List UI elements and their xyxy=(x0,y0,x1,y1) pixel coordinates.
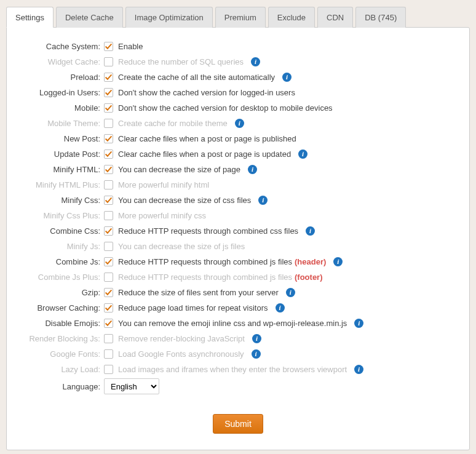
info-icon[interactable]: i xyxy=(298,149,307,159)
checkbox xyxy=(104,365,113,374)
info-icon[interactable]: i xyxy=(276,303,285,313)
setting-row-10: Minify Css:You can decrease the size of … xyxy=(19,193,457,208)
tabs-bar: SettingsDelete CacheImage OptimizationPr… xyxy=(6,6,470,27)
setting-label: Gzip: xyxy=(19,288,104,297)
setting-row-9: Minify HTML Plus:More powerful minify ht… xyxy=(19,177,457,193)
checkbox[interactable] xyxy=(104,165,113,174)
info-icon[interactable]: i xyxy=(306,226,315,236)
setting-label: New Post: xyxy=(19,134,104,143)
checkbox xyxy=(104,119,113,128)
setting-label: Minify Css: xyxy=(19,196,104,205)
setting-label: Minify Js: xyxy=(19,242,104,251)
setting-label: Lazy Load: xyxy=(19,365,104,374)
setting-extra: (header) xyxy=(295,257,326,266)
setting-label: Cache System: xyxy=(19,42,104,51)
setting-label: Disable Emojis: xyxy=(19,319,104,328)
setting-label: Minify HTML Plus: xyxy=(19,180,104,189)
checkbox xyxy=(104,273,113,282)
setting-label: Logged-in Users: xyxy=(19,88,104,97)
checkbox[interactable] xyxy=(104,134,113,143)
setting-desc: More powerful minify css xyxy=(118,211,206,220)
settings-rows: Cache System:EnableWidget Cache:Reduce t… xyxy=(19,39,457,377)
setting-desc: Clear cache files when a post or page is… xyxy=(118,149,291,159)
setting-desc: Don't show the cached version for logged… xyxy=(118,88,295,97)
setting-row-20: Google Fonts:Load Google Fonts asynchron… xyxy=(19,346,457,362)
language-row: Language: English xyxy=(19,378,457,394)
setting-desc: You can decrease the size of page xyxy=(118,165,240,174)
checkbox[interactable] xyxy=(104,73,113,82)
checkbox[interactable] xyxy=(104,303,113,313)
info-icon[interactable]: i xyxy=(252,349,261,359)
info-icon[interactable]: i xyxy=(354,319,363,328)
info-icon[interactable]: i xyxy=(282,73,292,82)
setting-desc: More powerful minify html xyxy=(118,180,209,189)
checkbox[interactable] xyxy=(104,103,113,113)
settings-panel: Cache System:EnableWidget Cache:Reduce t… xyxy=(6,27,470,450)
setting-row-7: Update Post:Clear cache files when a pos… xyxy=(19,146,457,162)
info-icon[interactable]: i xyxy=(248,165,257,174)
info-icon[interactable]: i xyxy=(333,257,343,266)
info-icon[interactable]: i xyxy=(354,365,363,374)
checkbox[interactable] xyxy=(104,88,113,97)
setting-label: Update Post: xyxy=(19,149,104,159)
setting-desc: Don't show the cached version for deskto… xyxy=(118,103,333,113)
checkbox[interactable] xyxy=(104,319,113,328)
language-label: Language: xyxy=(19,382,104,391)
tab-6[interactable]: DB (745) xyxy=(355,7,406,28)
checkbox[interactable] xyxy=(104,288,113,297)
setting-desc: Reduce HTTP requests through combined js… xyxy=(118,257,292,266)
setting-desc: Create cache for mobile theme xyxy=(118,119,228,128)
setting-row-18: Disable Emojis:You can remove the emoji … xyxy=(19,316,457,331)
tab-5[interactable]: CDN xyxy=(317,7,353,28)
setting-desc: Load images and iframes when they enter … xyxy=(118,365,347,374)
setting-row-3: Logged-in Users:Don't show the cached ve… xyxy=(19,85,457,100)
info-icon[interactable]: i xyxy=(235,119,244,128)
setting-label: Google Fonts: xyxy=(19,349,104,359)
setting-label: Mobile: xyxy=(19,103,104,113)
setting-desc: Reduce the size of files sent from your … xyxy=(118,288,279,297)
setting-desc: You can remove the emoji inline css and … xyxy=(118,319,347,328)
setting-desc: Reduce the number of SQL queries xyxy=(118,57,244,66)
setting-row-2: Preload:Create the cache of all the site… xyxy=(19,70,457,85)
setting-row-8: Minify HTML:You can decrease the size of… xyxy=(19,162,457,177)
setting-desc: Remove render-blocking JavaScript xyxy=(118,334,245,343)
checkbox[interactable] xyxy=(104,149,113,159)
tab-3[interactable]: Premium xyxy=(215,7,266,28)
setting-extra: (footer) xyxy=(295,273,323,282)
setting-desc: Clear cache files when a post or page is… xyxy=(118,134,296,143)
info-icon[interactable]: i xyxy=(251,57,260,66)
checkbox xyxy=(104,57,113,66)
setting-row-12: Combine Css:Reduce HTTP requests through… xyxy=(19,223,457,239)
setting-label: Combine Css: xyxy=(19,226,104,236)
setting-row-6: New Post:Clear cache files when a post o… xyxy=(19,131,457,146)
setting-label: Widget Cache: xyxy=(19,57,104,66)
checkbox[interactable] xyxy=(104,226,113,236)
checkbox xyxy=(104,242,113,251)
checkbox xyxy=(104,334,113,343)
tab-0[interactable]: Settings xyxy=(6,7,54,28)
setting-row-11: Minify Css Plus:More powerful minify css xyxy=(19,208,457,223)
setting-label: Minify HTML: xyxy=(19,165,104,174)
setting-label: Minify Css Plus: xyxy=(19,211,104,220)
setting-label: Combine Js Plus: xyxy=(19,273,104,282)
info-icon[interactable]: i xyxy=(258,196,268,205)
tab-4[interactable]: Exclude xyxy=(268,7,315,28)
tab-1[interactable]: Delete Cache xyxy=(56,7,123,28)
setting-label: Render Blocking Js: xyxy=(19,334,104,343)
checkbox xyxy=(104,180,113,189)
tab-2[interactable]: Image Optimization xyxy=(125,7,213,28)
checkbox[interactable] xyxy=(104,257,113,266)
setting-row-19: Render Blocking Js:Remove render-blockin… xyxy=(19,331,457,346)
setting-desc: Load Google Fonts asynchronously xyxy=(118,349,244,359)
checkbox xyxy=(104,211,113,220)
submit-button[interactable]: Submit xyxy=(213,414,263,434)
setting-row-15: Combine Js Plus:Reduce HTTP requests thr… xyxy=(19,269,457,285)
info-icon[interactable]: i xyxy=(286,288,295,297)
checkbox[interactable] xyxy=(104,196,113,205)
checkbox[interactable] xyxy=(104,42,113,51)
setting-desc: You can decrease the size of css files xyxy=(118,196,251,205)
setting-row-17: Browser Caching:Reduce page load times f… xyxy=(19,300,457,316)
setting-row-16: Gzip:Reduce the size of files sent from … xyxy=(19,285,457,300)
language-select[interactable]: English xyxy=(104,378,159,394)
info-icon[interactable]: i xyxy=(252,334,261,343)
